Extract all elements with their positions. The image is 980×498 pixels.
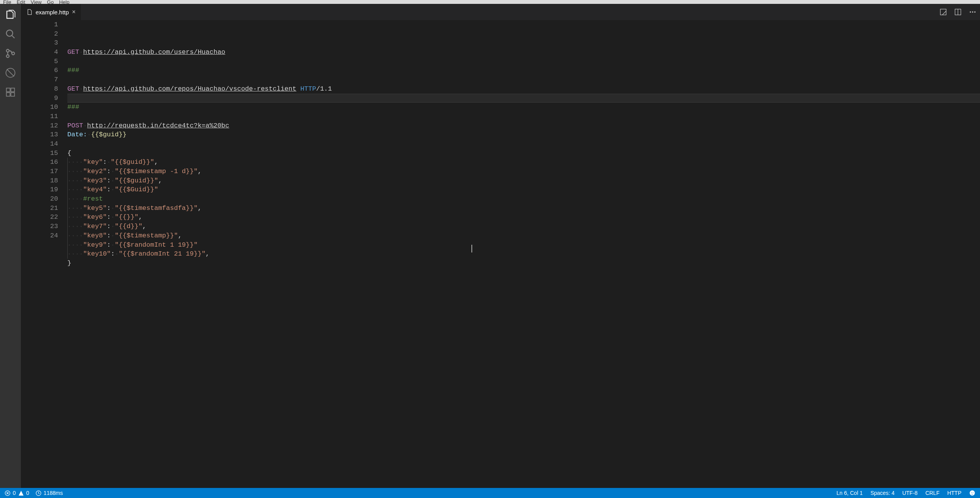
- code-line[interactable]: ····"key6":·"{{}}",: [67, 213, 980, 222]
- line-number: 13: [21, 130, 58, 139]
- code-line[interactable]: Date:·{{$guid}}: [67, 130, 980, 139]
- status-problems[interactable]: 0 0: [5, 490, 29, 496]
- menubar: File Edit View Go Help: [0, 0, 980, 4]
- code-line[interactable]: ····"key8":·"{{$timestamp}}",: [67, 231, 980, 240]
- statusbar: 0 0 1188ms Ln 6, Col 1 Spaces: 4 UTF-8 C…: [0, 488, 980, 498]
- line-number: 6: [21, 66, 58, 75]
- code-line[interactable]: ····"key3":·"{{$guid}}",: [67, 176, 980, 185]
- files-icon[interactable]: [5, 9, 16, 20]
- warning-icon: [18, 490, 24, 496]
- line-number: 18: [21, 176, 58, 185]
- line-number: 11: [21, 112, 58, 121]
- status-language[interactable]: HTTP: [947, 490, 961, 496]
- editor-area: example.http × 1234567891011121314151617…: [21, 4, 980, 488]
- svg-point-14: [972, 11, 973, 12]
- line-number: 23: [21, 222, 58, 231]
- error-count: 0: [13, 490, 16, 496]
- code-line[interactable]: GET·https://api.github.com/users/Huachao: [67, 48, 980, 57]
- line-number: 17: [21, 167, 58, 176]
- line-number: 2: [21, 29, 58, 39]
- code-line[interactable]: POST·http://requestb.in/tcdce4tc?k=a%20b…: [67, 121, 980, 131]
- search-icon[interactable]: [5, 29, 16, 39]
- svg-line-1: [12, 36, 15, 38]
- code-line[interactable]: {: [67, 149, 980, 158]
- svg-rect-9: [11, 88, 14, 92]
- editor[interactable]: 123456789101112131415161718192021222324 …: [21, 20, 980, 488]
- code-content[interactable]: GET·https://api.github.com/users/Huachao…: [67, 20, 980, 488]
- svg-point-3: [7, 55, 9, 58]
- line-number: 12: [21, 121, 58, 131]
- status-lncol[interactable]: Ln 6, Col 1: [836, 490, 863, 496]
- code-line[interactable]: }: [67, 259, 980, 268]
- extensions-icon[interactable]: [5, 87, 16, 98]
- clock-icon: [36, 490, 41, 496]
- file-icon: [26, 9, 33, 15]
- warning-count: 0: [26, 490, 29, 496]
- code-line[interactable]: ····"key":·"{{$guid}}",: [67, 158, 980, 167]
- duration-value: 1188ms: [44, 490, 63, 496]
- main-area: example.http × 1234567891011121314151617…: [0, 4, 980, 488]
- code-line[interactable]: ····"key4":·"{{$Guid}}": [67, 185, 980, 194]
- line-number: 4: [21, 48, 58, 57]
- line-number: 20: [21, 194, 58, 204]
- svg-point-22: [973, 492, 973, 493]
- line-number: 1: [21, 20, 58, 29]
- line-number: 22: [21, 213, 58, 222]
- svg-point-15: [974, 11, 975, 12]
- line-number: 10: [21, 103, 58, 112]
- code-line[interactable]: [67, 57, 980, 66]
- code-line[interactable]: [67, 94, 980, 103]
- tab-filename: example.http: [36, 9, 69, 15]
- code-line[interactable]: ····"key10":·"{{$randomInt 21 19}}",: [67, 249, 980, 259]
- split-editor-icon[interactable]: [951, 4, 965, 20]
- line-number: 5: [21, 57, 58, 66]
- line-number: 14: [21, 139, 58, 149]
- code-line[interactable]: ····"key5":·"{{$timestamfasdfa}}",: [67, 204, 980, 213]
- code-line[interactable]: ###: [67, 66, 980, 75]
- line-number: 8: [21, 84, 58, 94]
- code-line[interactable]: ###: [67, 103, 980, 112]
- line-number: 16: [21, 158, 58, 167]
- code-line[interactable]: [67, 112, 980, 121]
- svg-rect-8: [11, 93, 14, 96]
- line-number: 19: [21, 185, 58, 194]
- code-line[interactable]: ····"key9":·"{{$randomInt 1 19}}": [67, 240, 980, 250]
- tab-example-http[interactable]: example.http ×: [21, 4, 81, 20]
- more-icon[interactable]: [965, 4, 980, 20]
- code-line[interactable]: ····#rest: [67, 194, 980, 204]
- svg-point-2: [7, 50, 9, 52]
- svg-point-13: [970, 11, 971, 12]
- line-number: 21: [21, 204, 58, 213]
- code-line[interactable]: GET·https://api.github.com/repos/Huachao…: [67, 84, 980, 94]
- code-line[interactable]: [67, 75, 980, 84]
- svg-point-21: [971, 492, 972, 493]
- error-icon: [5, 490, 10, 496]
- debug-icon[interactable]: [5, 67, 16, 78]
- line-number-gutter: 123456789101112131415161718192021222324: [21, 20, 67, 488]
- git-icon[interactable]: [5, 48, 16, 59]
- svg-point-20: [970, 490, 975, 495]
- status-eol[interactable]: CRLF: [925, 490, 940, 496]
- svg-rect-6: [7, 88, 10, 92]
- line-number: 24: [21, 231, 58, 240]
- status-duration[interactable]: 1188ms: [36, 490, 63, 496]
- line-number: 9: [21, 94, 58, 103]
- tabbar: example.http ×: [21, 4, 980, 20]
- code-line[interactable]: ····"key7":·"{{d}}",: [67, 222, 980, 231]
- status-encoding[interactable]: UTF-8: [902, 490, 918, 496]
- status-spaces[interactable]: Spaces: 4: [870, 490, 894, 496]
- svg-rect-7: [7, 93, 10, 96]
- toggle-preview-icon[interactable]: [936, 4, 951, 20]
- code-line[interactable]: [67, 139, 980, 149]
- close-icon[interactable]: ×: [72, 9, 75, 15]
- svg-point-0: [7, 30, 13, 36]
- activitybar: [0, 4, 21, 488]
- text-cursor-overlay: [471, 245, 472, 252]
- feedback-icon[interactable]: [969, 490, 975, 496]
- line-number: 15: [21, 149, 58, 158]
- line-number: 3: [21, 38, 58, 48]
- line-number: 7: [21, 75, 58, 84]
- code-line[interactable]: ····"key2":·"{{$timestamp -1 d}}",: [67, 167, 980, 176]
